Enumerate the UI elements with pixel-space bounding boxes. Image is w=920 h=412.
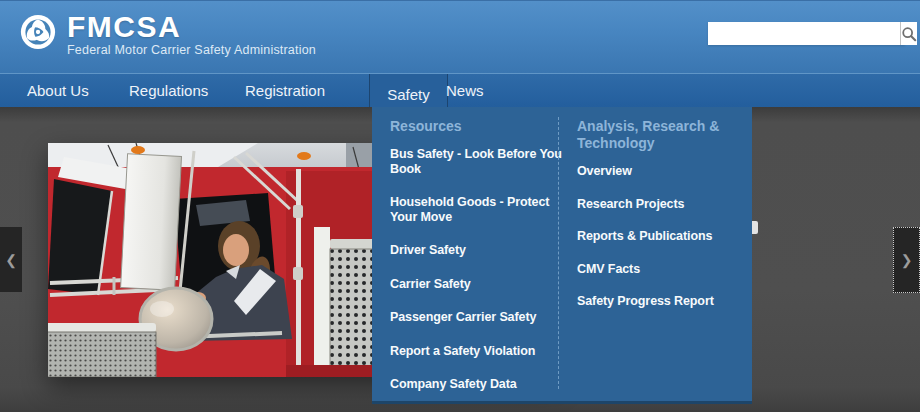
menu-item-research-projects[interactable]: Research Projects	[577, 197, 741, 212]
menu-column-divider	[558, 117, 559, 389]
site-header: FMCSA Federal Motor Carrier Safety Admin…	[0, 0, 920, 73]
menu-item-passenger-carrier[interactable]: Passenger Carrier Safety	[390, 310, 562, 325]
menu-column-header: Analysis, Research & Technology	[577, 118, 741, 152]
carousel-prev-button[interactable]: ❮	[0, 227, 22, 292]
menu-item-overview[interactable]: Overview	[577, 164, 741, 179]
menu-item-driver-safety[interactable]: Driver Safety	[390, 243, 562, 258]
menu-item-carrier-safety[interactable]: Carrier Safety	[390, 277, 562, 292]
chevron-left-icon: ❮	[5, 252, 17, 268]
menu-item-company-safety[interactable]: Company Safety Data	[390, 377, 562, 392]
menu-column-resources: Resources Bus Safety - Look Before You B…	[390, 118, 562, 411]
chevron-right-icon: ❯	[901, 252, 913, 268]
fmcsa-homepage: FMCSA Federal Motor Carrier Safety Admin…	[0, 0, 920, 412]
dot-logo-icon	[20, 14, 56, 50]
safety-dropdown-menu: Resources Bus Safety - Look Before You B…	[372, 107, 752, 404]
search-icon	[901, 26, 917, 42]
hero-carousel: ❮ ❯ Resources Bus Safety - Look Before Y…	[0, 107, 920, 412]
menu-column-header: Resources	[390, 118, 562, 135]
brand-link[interactable]: FMCSA Federal Motor Carrier Safety Admin…	[20, 11, 316, 57]
nav-item-news[interactable]: News	[446, 74, 484, 107]
brand-name: FMCSA	[67, 11, 316, 43]
search-button[interactable]	[900, 22, 917, 45]
nav-item-registration[interactable]: Registration	[245, 74, 325, 107]
carousel-next-button[interactable]: ❯	[893, 227, 920, 293]
menu-item-reports-pubs[interactable]: Reports & Publications	[577, 229, 741, 244]
menu-item-bus-safety[interactable]: Bus Safety - Look Before You Book	[390, 147, 562, 176]
nav-item-regulations[interactable]: Regulations	[129, 74, 208, 107]
nav-item-about-us[interactable]: About Us	[27, 74, 89, 107]
menu-item-progress-report[interactable]: Safety Progress Report	[577, 294, 741, 309]
menu-item-household-goods[interactable]: Household Goods - Protect Your Move	[390, 195, 562, 224]
menu-item-report-violation[interactable]: Report a Safety Violation	[390, 344, 562, 359]
nav-item-safety-active[interactable]: Safety	[369, 74, 448, 108]
search-box	[708, 22, 905, 45]
main-nav: About Us Regulations Registration Safety…	[0, 73, 920, 107]
brand-subtitle: Federal Motor Carrier Safety Administrat…	[67, 43, 316, 57]
menu-column-analysis: Analysis, Research & Technology Overview…	[577, 118, 741, 327]
menu-item-cmv-facts[interactable]: CMV Facts	[577, 262, 741, 277]
search-input[interactable]	[708, 22, 900, 45]
